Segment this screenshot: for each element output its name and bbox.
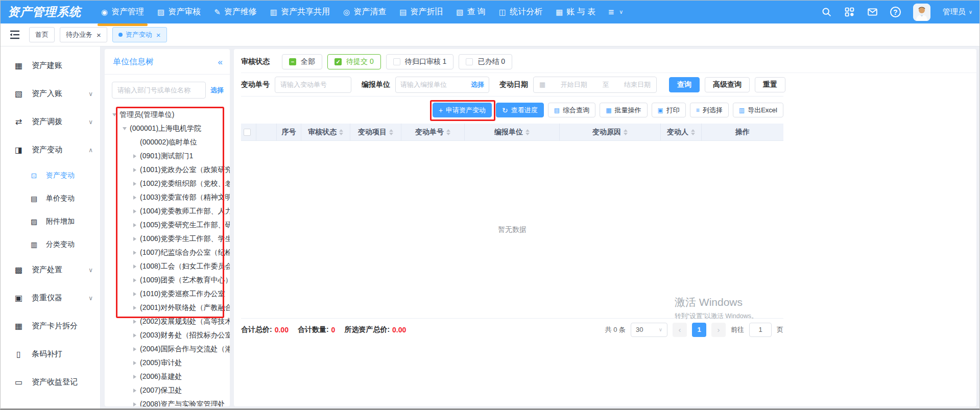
nav-menu-item[interactable]: ▧ 查 询: [449, 1, 492, 23]
table-column-header[interactable]: 操作: [702, 124, 783, 140]
sort-carets-icon[interactable]: [389, 129, 393, 135]
unit-select-link[interactable]: 选择: [471, 80, 484, 89]
sidebar-item-asset-change[interactable]: ◨ 资产变动 ∧: [1, 136, 100, 164]
tree-node[interactable]: (2008)资产与实验室管理处: [105, 397, 230, 406]
tree-arrow-icon[interactable]: [133, 320, 136, 324]
search-icon[interactable]: [821, 7, 832, 17]
sidebar-item-asset-create[interactable]: ▦ 资产建账: [1, 52, 100, 80]
doc-no-input[interactable]: [275, 77, 351, 93]
goto-page-input[interactable]: [749, 323, 772, 337]
tree-node[interactable]: (2006)基建处: [105, 370, 230, 383]
tree-arrow-icon[interactable]: [133, 182, 136, 186]
next-page-button[interactable]: ›: [711, 323, 726, 337]
tree-node[interactable]: (1006)党委学生工作部、学生: [105, 232, 230, 246]
tree-arrow-icon[interactable]: [112, 113, 116, 116]
tab[interactable]: 首页: [29, 27, 55, 42]
sidebar-item-income-register[interactable]: ▭ 资产收益登记: [1, 368, 100, 396]
tree-node[interactable]: (1009)团委（艺术教育中心）: [105, 273, 230, 287]
tab-close-icon[interactable]: ×: [97, 31, 101, 39]
table-column-header[interactable]: 序号: [277, 124, 301, 140]
tree-node[interactable]: (1001)党政办公室（政策研究: [105, 163, 230, 177]
tab-close-icon[interactable]: ×: [156, 31, 161, 39]
tree-node[interactable]: (1003)党委宣传部（精神文明: [105, 190, 230, 204]
nav-menu-item[interactable]: ▥ 资产共享共用: [264, 1, 337, 23]
tree-node[interactable]: (000001)上海电机学院: [105, 122, 230, 135]
status-filter-button[interactable]: ✓ 待提交 0: [327, 54, 381, 69]
tree-arrow-icon[interactable]: [133, 223, 136, 227]
tree-search-input[interactable]: [112, 82, 206, 99]
tree-node[interactable]: (1008)工会（妇女工作委员会: [105, 259, 230, 273]
sidebar-item-asset-change-sub[interactable]: ⊡ 资产变动: [1, 164, 100, 187]
tree-node[interactable]: (1010)党委巡察工作办公室: [105, 287, 230, 301]
sidebar-item-asset-entry[interactable]: ▧ 资产入账 ∨: [1, 80, 100, 108]
sidebar-item-price-change[interactable]: ▤ 单价变动: [1, 187, 100, 210]
current-page-button[interactable]: 1: [692, 323, 706, 337]
sort-carets-icon[interactable]: [339, 129, 343, 135]
select-all-checkbox[interactable]: [244, 129, 251, 136]
sidebar-item-card-split[interactable]: ▦ 资产卡片拆分: [1, 312, 100, 340]
tab[interactable]: 待办业务 ×: [60, 27, 107, 42]
mail-icon[interactable]: [867, 7, 878, 17]
sort-carets-icon[interactable]: [525, 129, 530, 135]
tree-node[interactable]: (1004)党委教师工作部、人力: [105, 204, 230, 218]
nav-menu-item[interactable]: ◉ 资产管理: [94, 1, 151, 23]
tree-select-link[interactable]: 选择: [210, 86, 224, 95]
tree-node[interactable]: 管理员(管理单位): [105, 108, 230, 122]
tree-arrow-icon[interactable]: [133, 196, 136, 200]
tree-arrow-icon[interactable]: [133, 209, 136, 213]
unit-input[interactable]: [400, 81, 471, 88]
table-column-header[interactable]: 变动单号: [401, 124, 465, 140]
tree-arrow-icon[interactable]: [133, 389, 136, 393]
tab[interactable]: 资产变动 ×: [112, 27, 167, 42]
tree-arrow-icon[interactable]: [133, 278, 136, 282]
tree-node[interactable]: (000002)临时单位: [105, 135, 230, 149]
date-range-picker[interactable]: ▦ 开始日期 至 结束日期: [533, 77, 657, 93]
sidebar-item-instrument[interactable]: ▣ 贵重仪器 ∨: [1, 284, 100, 312]
page-size-select[interactable]: 30 ∨: [631, 323, 667, 337]
sort-carets-icon[interactable]: [624, 129, 628, 135]
status-filter-button[interactable]: 已办结 0: [459, 54, 512, 69]
tree-node[interactable]: (2005)审计处: [105, 356, 230, 370]
table-column-header[interactable]: 变动项目: [350, 124, 401, 140]
advanced-search-button[interactable]: 高级查询: [705, 77, 750, 92]
tree-arrow-icon[interactable]: [133, 154, 136, 158]
tree-arrow-icon[interactable]: [133, 361, 136, 365]
sort-carets-icon[interactable]: [446, 129, 450, 135]
sort-carets-icon[interactable]: [691, 129, 695, 135]
table-column-header[interactable]: 审核状态: [301, 124, 350, 140]
nav-menu-item[interactable]: ◫ 统计分析: [492, 1, 549, 23]
tree-arrow-icon[interactable]: [133, 292, 136, 296]
status-filter-button[interactable]: − 全部: [282, 54, 322, 69]
export-excel-button[interactable]: ▥ 导出Excel: [733, 103, 783, 117]
sidebar-item-category-change[interactable]: ▥ 分类变动: [1, 233, 100, 256]
table-column-header[interactable]: [241, 124, 256, 140]
nav-menu-item[interactable]: ◎ 资产清查: [337, 1, 393, 23]
tree-arrow-icon[interactable]: [133, 333, 136, 337]
tree-node[interactable]: (0901)测试部门1: [105, 149, 230, 163]
sidebar-collapse-icon[interactable]: [9, 29, 21, 41]
avatar[interactable]: [913, 4, 930, 21]
tree-node[interactable]: (2003)财务处（招投标办公室: [105, 328, 230, 342]
table-column-header[interactable]: 变动人: [661, 124, 702, 140]
reset-button[interactable]: 重置: [755, 77, 785, 92]
view-progress-button[interactable]: ↻ 查看进度: [496, 103, 544, 117]
nav-menu-item[interactable]: ▤ 资产折旧: [393, 1, 449, 23]
tree-arrow-icon[interactable]: [133, 237, 136, 241]
sidebar-item-barcode-reprint[interactable]: ▯ 条码补打: [1, 340, 100, 368]
sidebar-item-asset-transfer[interactable]: ⇄ 资产调拨 ∨: [1, 108, 100, 136]
panel-collapse-icon[interactable]: «: [218, 57, 223, 67]
tree-arrow-icon[interactable]: [133, 347, 136, 351]
nav-menu-item[interactable]: ▨ 资产审核: [151, 1, 207, 23]
apps-grid-icon[interactable]: [844, 7, 855, 17]
more-menu-button[interactable]: ≡ ∨: [602, 7, 629, 18]
tree-arrow-icon[interactable]: [133, 251, 136, 255]
sidebar-item-asset-disposal[interactable]: ▩ 资产处置 ∨: [1, 256, 100, 284]
tree-node[interactable]: (1002)党委组织部（党校、老: [105, 177, 230, 190]
tree-node[interactable]: (2007)保卫处: [105, 383, 230, 397]
table-column-header[interactable]: 编报单位: [465, 124, 560, 140]
column-select-button[interactable]: ≡ 列选择: [690, 103, 729, 117]
tree-arrow-icon[interactable]: [133, 306, 136, 310]
tree-arrow-icon[interactable]: [133, 402, 136, 406]
tree-node[interactable]: (2002)发展规划处（高等技术: [105, 315, 230, 328]
search-button[interactable]: 查询: [669, 77, 700, 92]
